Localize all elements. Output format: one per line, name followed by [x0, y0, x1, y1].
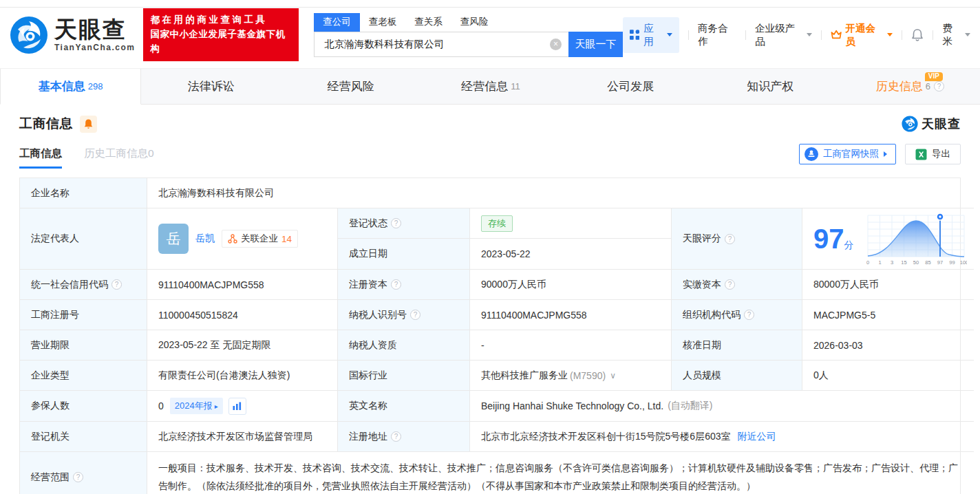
help-icon[interactable]: ?	[934, 81, 944, 92]
score-unit: 分	[844, 239, 854, 250]
address-text: 北京市北京经济技术开发区科创十街15号院5号楼6层603室	[481, 431, 731, 443]
annual-report-chip[interactable]: 2024年报 ▸	[170, 398, 223, 414]
open-vip-menu[interactable]: 开通会员	[831, 22, 893, 48]
score-number: 97	[813, 224, 844, 254]
subtab-history-business-info[interactable]: 历史工商信息0	[84, 147, 154, 169]
excel-icon	[915, 149, 927, 160]
annual-report-label: 2024年报	[175, 400, 213, 412]
subtab-business-info[interactable]: 工商信息	[19, 147, 62, 169]
org-code-value: MACJPMG5-5	[802, 300, 974, 330]
arrow-right-icon: ▸	[215, 402, 218, 410]
tab-label: 基本信息	[39, 78, 85, 94]
insured-number: 0	[158, 400, 164, 411]
tab-company-development[interactable]: 公司发展	[561, 69, 701, 104]
export-button[interactable]: 导出	[905, 144, 961, 164]
tab-history-info[interactable]: VIP 历史信息 6 ?	[840, 69, 980, 104]
chevron-down-icon	[807, 33, 812, 36]
industry-value: 其他科技推广服务业 (M7590) ∨	[470, 361, 672, 391]
insured-trend-button[interactable]	[228, 398, 246, 415]
apps-grid-icon	[630, 30, 639, 40]
search-input[interactable]	[315, 39, 550, 50]
search-tab-risk[interactable]: 查风险	[451, 13, 498, 32]
notifications-button[interactable]	[911, 28, 924, 41]
help-icon[interactable]: ?	[725, 234, 735, 244]
search-tab-relation[interactable]: 查关系	[405, 13, 451, 32]
legal-rep-avatar[interactable]: 岳	[158, 224, 189, 254]
tianyancha-logo[interactable]: 天眼查 TianYanCha.com	[10, 16, 135, 54]
related-companies-count: 14	[281, 234, 292, 244]
related-companies-label: 关联企业	[241, 233, 278, 245]
org-code-label: 组织机构代码 ?	[672, 300, 802, 330]
tab-basic-info[interactable]: 基本信息 298	[0, 69, 141, 105]
business-scope-value: 一般项目：技术服务、技术开发、技术咨询、技术交流、技术转让、技术推广；信息咨询服…	[147, 452, 974, 494]
svg-text:3: 3	[890, 259, 893, 266]
brand-name: 天眼查	[54, 18, 135, 41]
tab-operation-risk[interactable]: 经营风险	[281, 69, 420, 104]
approve-date-value: 2026-03-03	[802, 330, 974, 361]
taxpayer-id-value: 91110400MACJPMG558	[470, 300, 672, 330]
tianyancha-company-page: 天眼查 TianYanCha.com 都在用的商业查询工具 国家中小企业发展子基…	[0, 0, 980, 494]
taxpayer-id-label-text: 纳税人识别号	[349, 309, 407, 321]
legal-rep-name-link[interactable]: 岳凯	[195, 233, 215, 245]
enterprise-products-menu[interactable]: 企业级产品	[755, 22, 812, 48]
nearby-companies-link[interactable]: 附近公司	[738, 431, 776, 443]
svg-text:15: 15	[901, 259, 906, 266]
divider	[688, 30, 689, 40]
search-button[interactable]: 天眼一下	[568, 32, 623, 57]
reg-capital-label-text: 注册资本	[349, 279, 387, 291]
help-icon[interactable]: ?	[111, 279, 122, 290]
registered-address-label-text: 注册地址	[349, 431, 387, 443]
apps-menu[interactable]: 应用	[623, 17, 679, 53]
help-icon[interactable]: ?	[73, 472, 83, 482]
watermark-logo: 天眼查	[902, 116, 961, 132]
uscc-label-text: 统一社会信用代码	[31, 279, 108, 291]
establish-date-label: 成立日期	[338, 239, 470, 269]
english-name-label: 英文名称	[338, 391, 470, 422]
tab-legal-litigation[interactable]: 法律诉讼	[141, 69, 281, 104]
stamp-icon	[805, 147, 818, 161]
divider	[821, 30, 822, 40]
registration-authority-label: 登记机关	[20, 422, 147, 452]
help-icon[interactable]: ?	[391, 279, 401, 290]
svg-text:1: 1	[878, 259, 881, 266]
business-cooperation-link[interactable]: 商务合作	[698, 22, 736, 48]
vip-badge: VIP	[925, 72, 943, 81]
taxpayer-id-label: 纳税人识别号 ?	[338, 300, 470, 330]
related-companies-badge[interactable]: 关联企业 14	[222, 230, 298, 248]
reg-capital-value: 90000万人民币	[470, 270, 672, 300]
registered-address-value: 北京市北京经济技术开发区科创十街15号院5号楼6层603室 附近公司	[470, 422, 974, 452]
chart-x-ticks: 0 1 3 15 50 85 97 99 100	[866, 259, 966, 266]
tab-label: 知识产权	[747, 78, 793, 94]
brand-slogan: 都在用的商业查询工具 国家中小企业发展子基金旗下机构	[143, 8, 299, 61]
company-nav-tabs: 基本信息 298 法律诉讼 经营风险 经营信息 11 公司发展 知识产权 VIP…	[0, 68, 980, 105]
divider	[933, 30, 933, 40]
help-icon[interactable]: ?	[725, 279, 735, 290]
reg-status-label-text: 登记状态	[349, 217, 387, 230]
tab-operation-info[interactable]: 经营信息 11	[420, 69, 560, 104]
search-tab-boss[interactable]: 查老板	[360, 13, 406, 32]
monitor-bell-button[interactable]	[80, 116, 97, 133]
official-snapshot-button[interactable]: 工商官网快照	[799, 144, 896, 164]
user-menu[interactable]: 费米	[942, 22, 970, 48]
approve-date-label: 核准日期	[672, 330, 802, 361]
divider	[902, 30, 902, 40]
clear-search-icon[interactable]: ×	[550, 39, 562, 50]
staff-size-value: 0人	[802, 361, 974, 391]
reg-no-value: 110000450515824	[147, 300, 338, 330]
username: 费米	[942, 22, 961, 48]
search-tab-company[interactable]: 查公司	[314, 13, 360, 32]
chevron-down-icon[interactable]: ∨	[610, 371, 616, 380]
org-code-label-text: 组织机构代码	[683, 309, 741, 321]
tab-label: 法律诉讼	[188, 78, 235, 94]
apps-label: 应用	[643, 22, 663, 48]
svg-text:50: 50	[913, 259, 918, 266]
help-icon[interactable]: ?	[391, 218, 401, 228]
tianyancha-logo-icon	[10, 16, 48, 54]
tab-intellectual-property[interactable]: 知识产权	[701, 69, 840, 104]
bell-icon	[911, 28, 924, 41]
help-icon[interactable]: ?	[391, 431, 401, 442]
help-icon[interactable]: ?	[744, 310, 754, 320]
taxpayer-quality-label: 纳税人资质	[338, 330, 470, 361]
help-icon[interactable]: ?	[410, 310, 420, 320]
reg-status-label: 登记状态 ?	[338, 208, 470, 239]
